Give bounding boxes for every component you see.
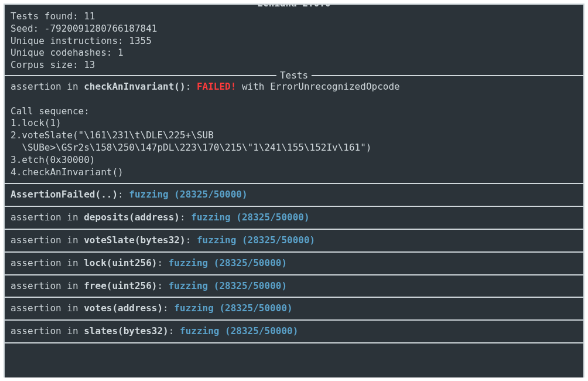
unique-codehashes-value: 1 — [118, 47, 124, 58]
test-row-status: fuzzing (28325/50000) — [180, 325, 298, 336]
app-title: Echidna 2.0.0 — [254, 4, 334, 10]
test-row-status: fuzzing (28325/50000) — [197, 234, 315, 246]
call-sequence-label: Call sequence: — [11, 106, 90, 117]
test-row: assertion in free(uint256): fuzzing (283… — [5, 275, 583, 297]
call-seq-line: 4.checkAnInvariant() — [11, 166, 124, 178]
call-seq-line: 1.lock(1) — [11, 117, 61, 128]
seed-value: -7920091280766187841 — [45, 23, 158, 34]
corpus-size-label: Corpus size: — [11, 59, 78, 70]
test-row-sep: : — [180, 212, 191, 223]
assertion-sep: : — [186, 81, 197, 92]
unique-instructions-label: Unique instructions: — [11, 35, 124, 46]
assertion-prefix: assertion in — [11, 81, 84, 92]
unique-codehashes-label: Unique codehashes: — [11, 47, 112, 58]
test-row-prefix: assertion in — [11, 212, 84, 223]
test-row: assertion in slates(bytes32): fuzzing (2… — [5, 321, 583, 342]
call-seq-line: 3.etch(0x30000) — [11, 154, 95, 165]
test-row-sep: : — [118, 189, 129, 200]
test-row-prefix: assertion in — [11, 325, 84, 336]
tests-section-label: Tests — [276, 70, 312, 82]
unique-instructions-value: 1355 — [129, 35, 152, 46]
test-row-status: fuzzing (28325/50000) — [174, 302, 292, 314]
tests-found-value: 11 — [84, 11, 95, 22]
test-row-name: votes(address) — [84, 302, 163, 314]
test-row-sep: : — [163, 302, 174, 314]
tests-found-label: Tests found: — [11, 11, 78, 22]
test-row-name: deposits(address) — [84, 212, 180, 223]
separator — [5, 342, 583, 343]
test-row-name: free(uint256) — [84, 280, 157, 291]
test-row-sep: : — [157, 257, 168, 268]
test-row-sep: : — [169, 325, 180, 336]
test-row-status: fuzzing (28325/50000) — [169, 257, 287, 268]
test-row-sep: : — [186, 234, 197, 246]
failed-status: FAILED! — [197, 81, 236, 92]
call-seq-line: \SUBe>\GSr2s\158\250\147pDL\223\170\215\… — [11, 142, 372, 153]
failed-suffix: with ErrorUnrecognizedOpcode — [236, 81, 399, 92]
test-row-prefix: assertion in — [11, 302, 84, 314]
test-row-name: AssertionFailed(..) — [11, 189, 118, 200]
test-row-name: voteSlate(bytes32) — [84, 234, 185, 246]
test-row-prefix: assertion in — [11, 257, 84, 268]
failed-fn-name: checkAnInvariant() — [84, 81, 185, 92]
terminal-window: Echidna 2.0.0 Tests found: 11 Seed: -792… — [4, 4, 584, 377]
test-row: assertion in deposits(address): fuzzing … — [5, 207, 583, 229]
stats-header: Tests found: 11 Seed: -79200912807661878… — [5, 5, 583, 75]
corpus-size-value: 13 — [84, 59, 95, 70]
failed-test-block: assertion in checkAnInvariant(): FAILED!… — [5, 76, 583, 183]
call-seq-line: 2.voteSlate("\161\231\t\DLE\225+\SUB — [11, 130, 214, 141]
test-row: assertion in voteSlate(bytes32): fuzzing… — [5, 230, 583, 251]
test-row-prefix: assertion in — [11, 280, 84, 291]
test-row-status: fuzzing (28325/50000) — [169, 280, 287, 291]
test-row-status: fuzzing (28325/50000) — [191, 212, 309, 223]
test-row-status: fuzzing (28325/50000) — [129, 189, 247, 200]
test-row-prefix: assertion in — [11, 234, 84, 246]
seed-label: Seed: — [11, 23, 39, 34]
test-row-name: lock(uint256) — [84, 257, 157, 268]
test-row: assertion in lock(uint256): fuzzing (283… — [5, 253, 583, 274]
test-row-name: slates(bytes32) — [84, 325, 169, 336]
test-row: assertion in votes(address): fuzzing (28… — [5, 298, 583, 319]
test-row-sep: : — [157, 280, 168, 291]
test-row: AssertionFailed(..): fuzzing (28325/5000… — [5, 184, 583, 206]
